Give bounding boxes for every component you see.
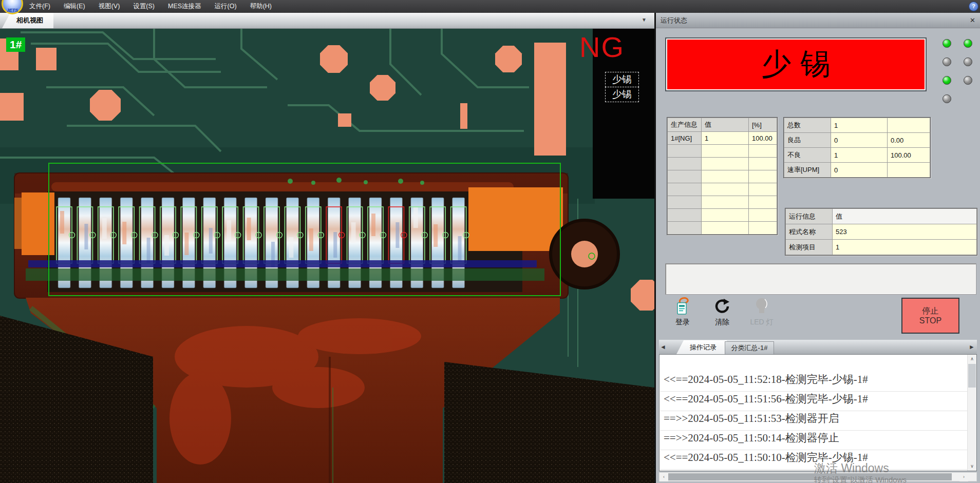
table-cell: 生产信息: [668, 118, 702, 132]
defect-tag: 少锡: [605, 87, 639, 102]
camera-unit-label: 1#: [6, 37, 25, 52]
status-lamps: [943, 39, 976, 116]
stats-table: 总数1良品00.00不良1100.00速率[UPM]0: [783, 117, 931, 178]
tab-camera-view[interactable]: 相机视图: [2, 13, 53, 28]
table-cell: [888, 118, 930, 133]
table-cell: [668, 170, 702, 183]
table-cell: 100.00: [888, 148, 930, 163]
table-cell: 运行信息: [786, 209, 833, 224]
scroll-up-icon[interactable]: ∧: [968, 355, 976, 363]
tab-classification-summary[interactable]: 分类汇总-1#: [725, 341, 774, 354]
menu-bar: JETS 文件(F)编辑(E)视图(V)设置(S)MES连接器运行(O)帮助(H…: [0, 0, 980, 13]
menu-item-run[interactable]: 运行(O): [208, 0, 243, 13]
scroll-left-icon[interactable]: ‹: [659, 473, 668, 481]
status-lamp-off: [964, 57, 972, 66]
table-cell: [749, 145, 777, 158]
ng-result-text: NG: [579, 30, 625, 64]
table-cell: 值: [833, 209, 977, 224]
camera-view: 1# NG 少锡少锡: [0, 28, 654, 483]
table-cell: 100.00: [749, 132, 777, 145]
pcb-image: [0, 28, 654, 483]
view-tab-bar: 相机视图 ▼: [0, 13, 654, 29]
status-lamp-on: [943, 39, 951, 48]
table-cell: [668, 196, 702, 209]
menu-item-mes[interactable]: MES连接器: [161, 0, 208, 13]
scroll-down-icon[interactable]: ∨: [968, 462, 976, 471]
menu-item-view[interactable]: 视图(V): [92, 0, 127, 13]
table-cell: [668, 222, 702, 235]
table-cell: [702, 209, 749, 222]
table-cell: [702, 170, 749, 183]
log-entry: <<==2024-05-05_11:51:56-检测完毕-少锡-1#: [660, 392, 967, 411]
horizontal-scroll-thumb[interactable]: [668, 473, 952, 480]
table-cell: 0: [831, 133, 888, 148]
table-cell: [702, 183, 749, 196]
login-label: 登录: [666, 318, 699, 327]
vertical-scroll-thumb[interactable]: [968, 364, 976, 388]
status-lamp-on: [964, 39, 972, 48]
bulb-icon: [745, 296, 778, 317]
table-cell: 良品: [784, 133, 831, 148]
panel-title: 运行状态: [656, 13, 980, 28]
table-cell: 值: [702, 118, 749, 132]
table-cell: 523: [833, 224, 977, 240]
table-cell: [888, 163, 930, 178]
status-lamp-off: [943, 57, 951, 66]
run-info-table: 运行信息值程式名称523检测项目1: [785, 208, 977, 256]
table-cell: 1: [831, 148, 888, 163]
table-cell: [668, 209, 702, 222]
led-label: LED 灯: [745, 318, 778, 327]
stop-label-cn: 停止: [922, 306, 939, 316]
log-entry: <<==2024-05-05_11:52:18-检测完毕-少锡-1#: [660, 372, 967, 392]
horizontal-scrollbar[interactable]: ‹ ›: [659, 472, 977, 481]
menu-item-help[interactable]: 帮助(H): [243, 0, 278, 13]
defect-tag-list: 少锡少锡: [605, 72, 639, 102]
close-icon[interactable]: ✕: [968, 16, 977, 25]
run-status-panel: 运行状态 ✕ 少锡 生产信息值[%]1#[NG]1100.00 总数1良品00.…: [656, 13, 980, 483]
help-icon[interactable]: ?: [969, 2, 978, 11]
vertical-scrollbar[interactable]: ∧ ∨: [967, 355, 976, 471]
tab-operation-log[interactable]: 操作记录: [676, 340, 727, 354]
led-light-button[interactable]: LED 灯: [745, 296, 778, 327]
menu-item-edit[interactable]: 编辑(E): [57, 0, 92, 13]
table-cell: [668, 145, 702, 158]
table-cell: 1: [702, 132, 749, 145]
login-button[interactable]: 登录: [666, 296, 699, 327]
status-lamp-off: [964, 76, 972, 85]
log-entries: <<==2024-05-05_11:52:18-检测完毕-少锡-1#<<==20…: [660, 355, 967, 471]
stop-label-en: STOP: [919, 316, 941, 325]
table-cell: 0: [831, 163, 888, 178]
message-box: [665, 263, 976, 295]
clear-button[interactable]: 清除: [706, 296, 739, 327]
id-badge-icon: [666, 296, 699, 317]
table-cell: [749, 170, 777, 183]
table-cell: [702, 196, 749, 209]
table-cell: [749, 196, 777, 209]
table-cell: 不良: [784, 148, 831, 163]
tab-scroll-left-icon[interactable]: ◄: [660, 340, 666, 354]
menu-item-settings[interactable]: 设置(S): [126, 0, 161, 13]
tab-scroll-right-icon[interactable]: ►: [969, 340, 975, 354]
table-cell: [668, 183, 702, 196]
alarm-display: 少锡: [665, 37, 927, 91]
operation-log: <<==2024-05-05_11:52:18-检测完毕-少锡-1#<<==20…: [659, 354, 977, 471]
table-cell: 1: [831, 118, 888, 133]
table-cell: [749, 209, 777, 222]
table-cell: [%]: [749, 118, 777, 132]
app-logo: JETS: [2, 0, 23, 14]
menu-item-file[interactable]: 文件(F): [23, 0, 57, 13]
panel-divider: [654, 13, 656, 483]
clear-label: 清除: [706, 318, 739, 327]
scroll-right-icon[interactable]: ›: [959, 473, 968, 481]
table-cell: [749, 158, 777, 170]
table-cell: 0.00: [888, 133, 930, 148]
defect-tag: 少锡: [605, 72, 639, 87]
table-cell: [749, 183, 777, 196]
table-cell: 总数: [784, 118, 831, 133]
production-table: 生产信息值[%]1#[NG]1100.00: [667, 117, 778, 235]
stop-button[interactable]: 停止 STOP: [901, 298, 959, 334]
table-cell: [702, 158, 749, 170]
chevron-down-icon[interactable]: ▼: [639, 17, 649, 25]
table-cell: 程式名称: [786, 224, 833, 240]
table-cell: 1#[NG]: [668, 132, 702, 145]
